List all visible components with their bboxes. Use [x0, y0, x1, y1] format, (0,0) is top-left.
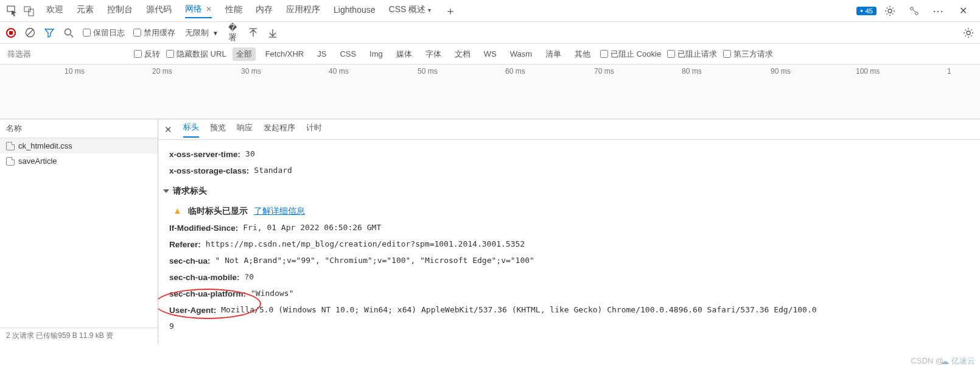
- request-header-row: sec-ch-ua-mobile:?0: [169, 269, 969, 286]
- timeline-tick: 60 ms: [505, 67, 525, 76]
- disclosure-icon: [163, 189, 169, 193]
- chip-fetch[interactable]: Fetch/XHR: [262, 48, 308, 60]
- svg-line-7: [27, 30, 33, 36]
- chip-img[interactable]: Img: [366, 48, 387, 60]
- tab-timing[interactable]: 计时: [306, 122, 322, 137]
- tab-elements[interactable]: 元素: [77, 4, 94, 18]
- filter-icon[interactable]: [44, 27, 55, 38]
- network-conditions-icon[interactable]: �署: [228, 27, 239, 38]
- response-header-row: x-oss-server-time:30: [169, 146, 969, 163]
- watermark-csdn: CSDN @: [911, 356, 943, 365]
- chevron-down-icon: ▼: [212, 30, 219, 37]
- close-detail-icon[interactable]: ✕: [164, 124, 172, 135]
- request-header-row: Referer:https://mp.csdn.net/mp_blog/crea…: [169, 236, 969, 253]
- topbar-right: 45 ⋯ ✕: [856, 5, 974, 17]
- invert-checkbox[interactable]: 反转: [134, 49, 160, 60]
- close-icon[interactable]: ✕: [206, 5, 212, 13]
- timeline[interactable]: 10 ms 20 ms 30 ms 40 ms 50 ms 60 ms 70 m…: [0, 65, 980, 119]
- tab-performance[interactable]: 性能: [225, 4, 242, 18]
- timeline-tick: 70 ms: [594, 67, 614, 76]
- cloud-icon: ☁: [940, 356, 949, 366]
- request-row[interactable]: ck_htmledit.css: [0, 138, 158, 153]
- request-header-row: If-Modified-Since:Fri, 01 Apr 2022 06:50…: [169, 220, 969, 236]
- chip-css[interactable]: CSS: [336, 48, 360, 60]
- chip-wasm[interactable]: Wasm: [506, 48, 536, 60]
- chip-media[interactable]: 媒体: [393, 47, 416, 61]
- warning-icon: ▲: [173, 202, 182, 220]
- timeline-tick: 1: [947, 67, 951, 76]
- timeline-tick: 80 ms: [682, 67, 702, 76]
- timeline-tick: 90 ms: [771, 67, 791, 76]
- blocked-requests-checkbox[interactable]: 已阻止请求: [667, 49, 717, 60]
- close-devtools-icon[interactable]: ✕: [957, 5, 969, 17]
- tab-response[interactable]: 响应: [237, 122, 253, 137]
- timeline-tick: 50 ms: [418, 67, 438, 76]
- response-header-row: x-oss-storage-class:Standard: [169, 163, 969, 179]
- blocked-cookies-checkbox[interactable]: 已阻止 Cookie: [600, 49, 661, 60]
- chip-manifest[interactable]: 清单: [542, 47, 565, 61]
- timeline-tick: 10 ms: [65, 67, 85, 76]
- chip-all[interactable]: 全部: [233, 47, 256, 61]
- svg-line-9: [71, 35, 73, 37]
- clear-icon[interactable]: [24, 27, 35, 38]
- tab-initiator[interactable]: 发起程序: [264, 122, 295, 137]
- third-party-checkbox[interactable]: 第三方请求: [723, 49, 773, 60]
- tab-lighthouse[interactable]: Lighthouse: [334, 5, 376, 17]
- svg-point-4: [911, 7, 914, 10]
- tab-application[interactable]: 应用程序: [286, 4, 320, 18]
- detail-pane: ✕ 标头 预览 响应 发起程序 计时 x-oss-server-time:30 …: [158, 119, 980, 343]
- request-header-row: 9: [169, 318, 969, 334]
- network-toolbar: 保留日志 禁用缓存 无限制▼ �署: [0, 22, 980, 44]
- learn-more-link[interactable]: 了解详细信息: [254, 203, 305, 219]
- name-column-header[interactable]: 名称: [0, 119, 158, 138]
- watermark-yisuyun: ☁亿速云: [940, 356, 975, 367]
- tab-welcome[interactable]: 欢迎: [46, 4, 63, 18]
- tab-sources[interactable]: 源代码: [146, 4, 172, 18]
- detail-tabs: ✕ 标头 预览 响应 发起程序 计时: [158, 119, 980, 140]
- tab-preview[interactable]: 预览: [210, 122, 226, 137]
- svg-point-12: [967, 31, 970, 35]
- timeline-tick: 100 ms: [856, 67, 880, 76]
- timeline-tick: 30 ms: [241, 67, 261, 76]
- issues-badge[interactable]: 45: [856, 7, 877, 15]
- timeline-tick: 40 ms: [329, 67, 349, 76]
- request-headers-section[interactable]: 请求标头: [163, 183, 969, 199]
- tab-console[interactable]: 控制台: [107, 4, 133, 18]
- more-icon[interactable]: ⋯: [933, 5, 945, 17]
- devtools-topbar: 欢迎 元素 控制台 源代码 网络✕ 性能 内存 应用程序 Lighthouse …: [0, 0, 980, 22]
- tab-css-overview[interactable]: CSS 概述▾: [389, 4, 432, 18]
- preserve-log-checkbox[interactable]: 保留日志: [83, 27, 125, 38]
- record-button[interactable]: [6, 28, 16, 38]
- request-row[interactable]: saveArticle: [0, 153, 158, 169]
- chip-other[interactable]: 其他: [571, 47, 594, 61]
- provisional-warning: ▲ 临时标头已显示 了解详细信息: [169, 202, 969, 220]
- svg-point-8: [65, 29, 71, 35]
- inspect-icon[interactable]: [6, 5, 18, 17]
- add-tab-icon[interactable]: ＋: [444, 5, 457, 17]
- filterbar: 反转 隐藏数据 URL 全部 Fetch/XHR JS CSS Img 媒体 字…: [0, 44, 980, 65]
- network-settings-icon[interactable]: [963, 27, 974, 38]
- upload-icon[interactable]: [248, 27, 259, 38]
- hide-data-urls-checkbox[interactable]: 隐藏数据 URL: [166, 49, 226, 60]
- throttling-select[interactable]: 无限制▼: [184, 26, 220, 40]
- device-icon[interactable]: [23, 5, 35, 17]
- main-pane: 名称 ck_htmledit.css saveArticle 2 次请求 已传输…: [0, 119, 980, 343]
- request-header-row: sec-ch-ua:" Not A;Brand";v="99", "Chromi…: [169, 253, 969, 269]
- tab-network[interactable]: 网络✕: [185, 4, 212, 18]
- chip-font[interactable]: 字体: [422, 47, 445, 61]
- gear-icon[interactable]: [884, 5, 896, 17]
- devtools-tabs: 欢迎 元素 控制台 源代码 网络✕ 性能 内存 应用程序 Lighthouse …: [46, 4, 856, 18]
- download-icon[interactable]: [267, 27, 278, 38]
- chip-doc[interactable]: 文档: [451, 47, 474, 61]
- search-icon[interactable]: [63, 27, 74, 38]
- filter-input[interactable]: [6, 47, 128, 61]
- disable-cache-checkbox[interactable]: 禁用缓存: [133, 27, 175, 38]
- activity-icon[interactable]: [908, 5, 920, 17]
- chip-js[interactable]: JS: [313, 48, 330, 60]
- status-line: 2 次请求 已传输959 B 11.9 kB 资: [0, 328, 158, 343]
- tab-memory[interactable]: 内存: [256, 4, 273, 18]
- svg-point-3: [888, 9, 892, 13]
- chip-ws[interactable]: WS: [480, 48, 500, 60]
- tab-headers[interactable]: 标头: [183, 122, 199, 138]
- svg-point-5: [915, 12, 919, 15]
